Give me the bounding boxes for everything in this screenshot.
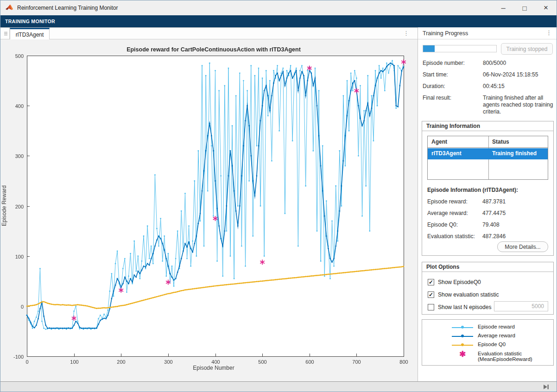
final-result-label: Final result: <box>423 95 451 101</box>
legend-label: Episode reward <box>478 324 515 329</box>
legend-label: Episode Q0 <box>478 341 506 347</box>
app-window: Reinforcement Learning Training Monitor … <box>0 0 557 392</box>
show-episodeq0-option[interactable]: ✓ Show EpisodeQ0 <box>428 279 481 285</box>
progress-fill <box>423 45 435 52</box>
drag-handle-icon[interactable] <box>2 28 10 39</box>
window-title: Reinforcement Learning Training Monitor <box>17 5 118 11</box>
training-progress-bar <box>423 45 497 52</box>
evaluation-asterisk-swatch: ✱ <box>459 349 466 359</box>
panel-menu-icon[interactable]: ⋮ <box>546 29 552 36</box>
episode-number-label: Episode number: <box>423 60 465 66</box>
show-last-n-option[interactable]: Show last N episodes <box>428 304 491 310</box>
show-evaluation-checkbox[interactable]: ✓ <box>428 291 434 298</box>
episode-reward-label: Episode reward: <box>427 198 468 205</box>
episode-reward-dot-swatch <box>461 326 464 329</box>
status-bar <box>0 381 557 392</box>
show-episodeq0-checkbox[interactable]: ✓ <box>428 279 434 285</box>
final-result-value: Training finished after all agents reach… <box>483 95 553 115</box>
agent-status-table: Agent Status rlTD3Agent Training finishe… <box>427 136 548 180</box>
episode-q0-dot-swatch <box>461 343 464 346</box>
evaluation-statistic-label: Evaluation statistic: <box>427 233 475 240</box>
show-last-n-checkbox[interactable] <box>428 304 434 310</box>
average-reward-value: 477.4475 <box>482 210 506 216</box>
legend-label-line2: (MeanEpisodeReward) <box>478 356 532 362</box>
ribbon: TRAINING MONITOR <box>0 15 557 27</box>
collapse-panel-icon[interactable] <box>543 384 549 390</box>
document-menu-icon[interactable]: ⋮ <box>403 30 409 37</box>
training-information-section: Training Information Agent Status rlTD3A… <box>422 121 554 256</box>
legend-box: Episode reward Average reward Episode Q0… <box>422 319 554 366</box>
legend-item-average-reward: Average reward <box>422 332 553 341</box>
panel-header: Training Progress ⋮ <box>418 27 557 39</box>
duration-value: 00:45:15 <box>483 83 553 89</box>
episode-number-value: 800/5000 <box>483 60 553 66</box>
average-reward-label: Average reward: <box>427 210 468 216</box>
close-icon[interactable]: × <box>535 0 557 15</box>
episode-q0-label: Episode Q0: <box>427 221 458 228</box>
n-episodes-input[interactable] <box>494 301 548 311</box>
legend-item-episode-q0: Episode Q0 <box>422 341 553 349</box>
plot-options-section: Plot Options ✓ Show EpisodeQ0 ✓ Show eva… <box>422 262 554 315</box>
legend-label: Evaluation statistic (MeanEpisodeReward) <box>478 351 532 362</box>
y-axis-label: Episode Reward <box>1 180 7 231</box>
chart-title: Episode reward for CartPoleContinuousAct… <box>0 46 427 53</box>
x-axis-label: Episode Number <box>0 365 427 371</box>
table-header-row: Agent Status <box>428 136 548 148</box>
evaluation-statistic-value: 487.2846 <box>482 233 506 240</box>
status-cell: Training finished <box>492 150 537 157</box>
training-plot <box>0 39 418 381</box>
show-evaluation-option[interactable]: ✓ Show evaluation statistic <box>428 291 499 298</box>
legend-item-episode-reward: Episode reward <box>422 323 553 332</box>
figure-area: Episode reward for CartPoleContinuousAct… <box>0 39 418 381</box>
plot-options-title: Plot Options <box>422 262 553 272</box>
more-details-button[interactable]: More Details... <box>497 241 548 252</box>
table-row[interactable]: rlTD3Agent Training finished <box>428 148 548 159</box>
episode-information-title: Episode Information (rlTD3Agent): <box>427 187 518 193</box>
episode-q0-value: 79.408 <box>482 221 500 228</box>
panel-title: Training Progress <box>423 30 468 37</box>
tab-rltd3agent[interactable]: rlTD3Agent <box>10 28 50 40</box>
status-column-header: Status <box>492 139 509 145</box>
duration-label: Duration: <box>423 83 445 89</box>
title-bar: Reinforcement Learning Training Monitor … <box>0 0 557 15</box>
agent-cell: rlTD3Agent <box>431 150 462 157</box>
average-reward-dot-swatch <box>461 335 464 337</box>
maximize-icon[interactable]: □ <box>514 0 535 15</box>
training-information-title: Training Information <box>422 121 553 131</box>
legend-label: Average reward <box>478 333 515 338</box>
matlab-icon <box>5 4 13 12</box>
training-stopped-button[interactable]: Training stopped <box>501 43 553 55</box>
minimize-icon[interactable]: ─ <box>493 0 514 15</box>
tab-training-monitor[interactable]: TRAINING MONITOR <box>5 19 55 24</box>
show-last-n-label: Show last N episodes <box>438 304 491 310</box>
show-evaluation-label: Show evaluation statistic <box>438 291 499 298</box>
training-progress-panel: Training Progress ⋮ Training stopped Epi… <box>418 27 557 381</box>
document-tab-strip: rlTD3Agent ⋮ <box>0 27 418 39</box>
legend-item-evaluation: ✱ Evaluation statistic (MeanEpisodeRewar… <box>422 350 553 364</box>
start-time-value: 06-Nov-2024 15:18:55 <box>483 71 553 78</box>
episode-reward-value: 487.3781 <box>482 198 506 205</box>
legend-label-line1: Evaluation statistic <box>478 351 522 356</box>
start-time-label: Start time: <box>423 71 448 78</box>
agent-column-header: Agent <box>431 139 447 145</box>
show-episodeq0-label: Show EpisodeQ0 <box>438 279 481 285</box>
